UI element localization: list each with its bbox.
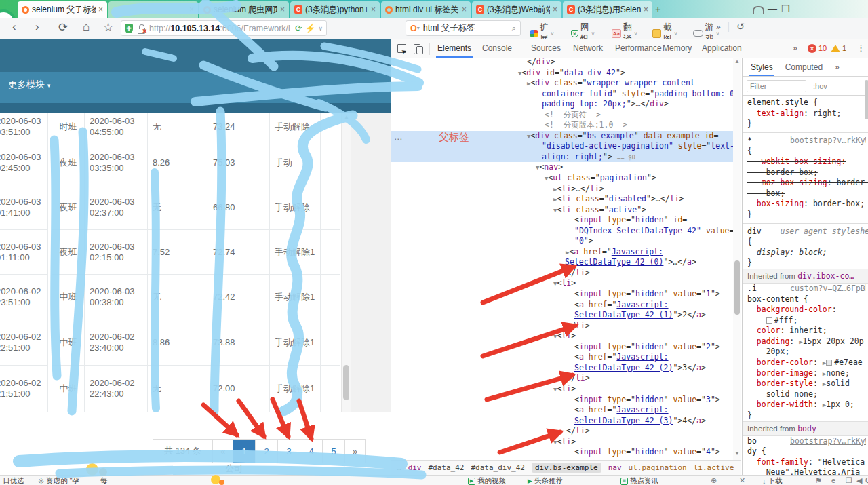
taskbar-item[interactable]: 日优选 bbox=[3, 476, 24, 485]
code-line[interactable]: SelectDataType 42 (3)">4</a> bbox=[391, 416, 741, 427]
taskbar-item[interactable]: ⚑ bbox=[815, 476, 822, 485]
taskbar-item[interactable]: 每 bbox=[100, 476, 108, 485]
taskbar-item[interactable]: e bbox=[831, 476, 835, 484]
style-line[interactable]: { bbox=[743, 146, 868, 157]
code-line[interactable]: <input type="hidden" value="1"> bbox=[391, 289, 741, 300]
browser-tab[interactable]: C(3条消息)用Seleniu× bbox=[563, 1, 652, 18]
code-line[interactable]: ▶<li>…</li> bbox=[391, 184, 741, 195]
style-line[interactable]: font-family: "Helvetica bbox=[743, 457, 868, 468]
style-line[interactable]: } bbox=[743, 410, 868, 421]
tab-close-icon[interactable]: × bbox=[553, 5, 557, 14]
address-bar[interactable]: ✚ ✕ http://10.105.13.14:6006/Framework/l… bbox=[121, 20, 327, 36]
minimize-button[interactable]: — bbox=[768, 1, 777, 17]
elements-scrollbar[interactable]: ▲ ▼ bbox=[733, 57, 741, 460]
elements-scrollbar-thumb[interactable] bbox=[734, 260, 740, 315]
warning-badge-icon[interactable] bbox=[831, 45, 840, 52]
code-line[interactable]: SelectDataType 42 (1)">2</a> bbox=[391, 310, 741, 321]
page-number-button[interactable]: 2 bbox=[255, 440, 277, 463]
browser-tab[interactable]: selenium 父子标签× bbox=[18, 1, 107, 18]
devtools-tab-application[interactable]: Application bbox=[702, 43, 742, 53]
scroll-down-icon[interactable]: ▼ bbox=[734, 450, 740, 457]
taskbar-item[interactable]: ◀ bbox=[856, 476, 862, 485]
devtools-more-tabs-icon[interactable]: » bbox=[793, 43, 797, 53]
breadcrumb-item[interactable]: div bbox=[408, 463, 422, 472]
search-icon[interactable]: ⌕ bbox=[512, 24, 516, 33]
undo-closed-tab-icon[interactable]: ↺ bbox=[736, 21, 745, 32]
taskbar-item[interactable]: ≣热点资讯 bbox=[620, 476, 658, 485]
home-button[interactable]: ⌂ bbox=[83, 20, 90, 34]
style-line[interactable]: color: inherit; bbox=[743, 326, 868, 336]
code-line[interactable]: <!--分页符--> bbox=[391, 110, 741, 121]
search-input[interactable]: html 父子标签 bbox=[423, 22, 512, 34]
style-line[interactable]: 20px; bbox=[743, 347, 868, 357]
browser-tab[interactable]: selenium 爬虫网页× bbox=[199, 1, 289, 18]
tab-close-icon[interactable]: × bbox=[280, 5, 285, 14]
code-line[interactable]: align: right;"> == $0 bbox=[391, 152, 741, 163]
style-line[interactable]: } bbox=[743, 119, 868, 130]
code-line[interactable]: ▼<ul class="pagination"> bbox=[391, 173, 741, 184]
engine-caret-icon[interactable]: ▾ bbox=[417, 25, 420, 31]
code-line[interactable]: ▼<li class="active"> bbox=[391, 205, 741, 216]
style-line[interactable]: background-color: bbox=[743, 305, 868, 315]
style-line[interactable]: box-content { bbox=[743, 294, 868, 305]
style-line[interactable]: Neue",Helvetica,Aria bbox=[743, 467, 868, 475]
more-modules-menu[interactable]: 更多模块 ▾ bbox=[8, 79, 50, 91]
browser-tab[interactable]: C(3条消息)python+× bbox=[290, 1, 380, 18]
stylesheet-link[interactable]: bootstrap?v…rkKyWrw01 bbox=[790, 136, 866, 147]
code-line[interactable]: </li> bbox=[391, 321, 741, 332]
devtools-tab-performance[interactable]: Performance bbox=[615, 43, 662, 53]
stylesheet-link[interactable]: custom?v=QZ…6FpBkP_o1 bbox=[790, 284, 866, 294]
code-line[interactable]: ▶<a href="Javascript: bbox=[391, 247, 741, 258]
code-line[interactable]: </li> bbox=[391, 426, 741, 437]
style-line[interactable]: } bbox=[743, 258, 868, 269]
code-line[interactable]: <input type="hidden" value="2"> bbox=[391, 342, 741, 353]
taskbar-item[interactable]: ❐ bbox=[846, 476, 852, 485]
style-line[interactable]: border-color: ▶#e7eae bbox=[743, 357, 868, 368]
style-line[interactable]: display: block; bbox=[743, 248, 868, 258]
theme-hat-icon[interactable] bbox=[753, 6, 764, 14]
taskbar-item[interactable]: Q bbox=[865, 476, 868, 484]
tab-close-icon[interactable]: × bbox=[189, 5, 194, 14]
styles-tab-computed[interactable]: Computed bbox=[785, 62, 823, 72]
style-line[interactable]: -webkit-box-sizing: bbox=[743, 157, 868, 168]
code-line[interactable]: container-fulid" style="padding-bottom: … bbox=[391, 89, 741, 100]
devtools-tab-console[interactable]: Console bbox=[482, 43, 512, 53]
style-line[interactable]: text-align: right; bbox=[743, 109, 868, 119]
code-line[interactable]: ▼<li> bbox=[391, 331, 741, 342]
style-line[interactable]: -moz-box-sizing: border- bbox=[743, 178, 868, 189]
code-line[interactable]: <a href="Javascript: bbox=[391, 300, 741, 311]
code-line[interactable]: ▶<li class="disabled">…</li> bbox=[391, 194, 741, 205]
url-text[interactable]: http://10.105.13.14:6006/Framework/l bbox=[149, 24, 295, 33]
node-ellipsis-icon[interactable]: ⋯ bbox=[394, 134, 403, 144]
tab-close-icon[interactable]: × bbox=[371, 5, 376, 14]
style-line[interactable]: solid none; bbox=[743, 389, 868, 400]
taskbar-item[interactable]: ↓下载 bbox=[762, 476, 783, 485]
taskbar-item[interactable]: ▶头条推荐 bbox=[528, 476, 563, 485]
style-line[interactable]: .icustom?v=QZ…6FpBkP_o1 bbox=[743, 284, 868, 294]
page-prev-button[interactable]: « bbox=[212, 440, 233, 463]
style-line[interactable]: #fff; bbox=[743, 315, 868, 326]
tab-close-icon[interactable]: × bbox=[98, 5, 103, 14]
breadcrumb-item[interactable]: li.active bbox=[694, 463, 734, 472]
code-line[interactable]: ▼<nav> bbox=[391, 162, 741, 173]
breadcrumb-item[interactable]: … bbox=[397, 463, 401, 472]
styles-filter-input[interactable]: Filter bbox=[747, 80, 806, 92]
code-line[interactable]: <input type="hidden" value="4"> bbox=[391, 447, 741, 458]
devtools-tab-elements[interactable]: Elements bbox=[437, 43, 471, 53]
code-line[interactable]: <a href="Javascript: bbox=[391, 405, 741, 416]
code-line[interactable]: ▼<li> bbox=[391, 384, 741, 395]
taskbar-item[interactable]: ※资虑的 "孕 bbox=[38, 476, 79, 485]
style-line[interactable]: element.style { bbox=[743, 98, 868, 109]
forward-button[interactable]: › bbox=[35, 20, 39, 34]
toolbar-more-icon[interactable]: » bbox=[716, 22, 721, 32]
scroll-up-icon[interactable]: ▲ bbox=[344, 114, 349, 120]
page-next-button[interactable]: » bbox=[344, 440, 365, 463]
page-number-button[interactable]: 1 bbox=[233, 440, 255, 463]
devtools-menu-icon[interactable]: ⋮ bbox=[856, 43, 865, 53]
breadcrumb-item[interactable]: ul.pagination bbox=[629, 463, 687, 472]
hov-toggle[interactable]: :hov bbox=[813, 82, 827, 90]
style-line[interactable]: } bbox=[743, 210, 868, 220]
tab-close-icon[interactable]: × bbox=[644, 5, 648, 14]
taskbar-item[interactable]: ▶我的视频 bbox=[468, 476, 506, 485]
code-line[interactable]: SelectDataType 42 (2)">3</a> bbox=[391, 363, 741, 374]
